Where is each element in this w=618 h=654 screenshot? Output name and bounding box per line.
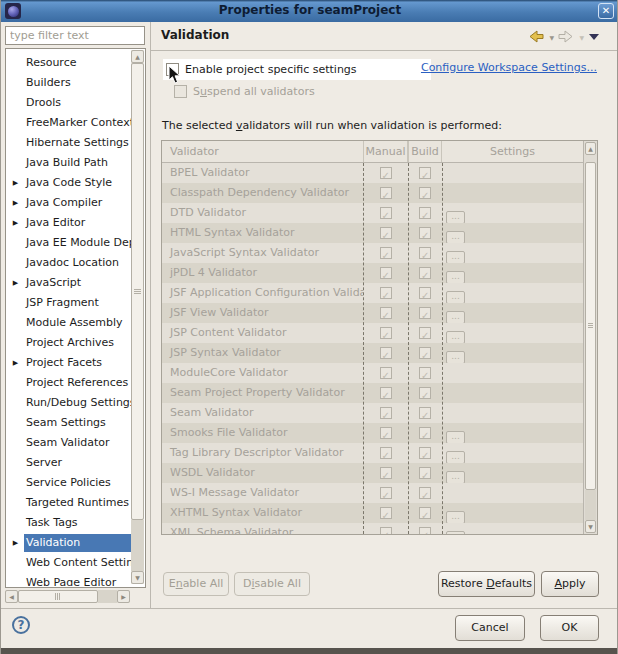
ok-button[interactable]: OK xyxy=(540,615,599,641)
sidebar-item[interactable]: ▶ Seam Settings xyxy=(7,413,131,433)
check-icon: ✓ xyxy=(421,306,429,323)
scrollbar-thumb[interactable] xyxy=(131,63,144,520)
sidebar-item[interactable]: ▶ Java EE Module Dep xyxy=(7,233,131,253)
build-checkbox: ✓ xyxy=(419,447,431,459)
build-checkbox: ✓ xyxy=(419,387,431,399)
sidebar-item[interactable]: ▶ Javadoc Location xyxy=(7,253,131,273)
sidebar-item-label: Java Editor xyxy=(24,214,131,232)
validators-caption: The selected validators will run when va… xyxy=(162,119,502,132)
settings-button: ... xyxy=(446,231,465,243)
sidebar-item-label: Module Assembly xyxy=(24,314,131,332)
settings-button: ... xyxy=(446,531,465,534)
sidebar-item[interactable]: ▶ Java Editor xyxy=(7,213,131,233)
check-icon: ✓ xyxy=(382,186,390,203)
sidebar-item-label: FreeMarker Context xyxy=(24,114,131,132)
forward-arrow-icon xyxy=(558,30,574,43)
sidebar-vertical-scrollbar[interactable]: ▲ ▼ xyxy=(131,50,144,584)
filter-input[interactable] xyxy=(5,26,145,45)
scroll-up-icon[interactable]: ▲ xyxy=(585,142,596,155)
validator-row: WS-I Message Validator ✓ ✓ ... xyxy=(162,483,583,503)
expand-arrow-icon[interactable]: ▶ xyxy=(7,219,24,227)
scroll-right-icon[interactable]: ▶ xyxy=(117,590,130,603)
sidebar-item[interactable]: ▶ Hibernate Settings xyxy=(7,133,131,153)
sidebar-item[interactable]: ▶ Project Facets xyxy=(7,353,131,373)
help-button[interactable]: ? xyxy=(12,616,30,634)
restore-defaults-button[interactable]: Restore Defaults xyxy=(438,571,535,597)
sidebar-item[interactable]: ▶ Drools xyxy=(7,93,131,113)
sidebar-item-label: Seam Validator xyxy=(24,434,131,452)
check-icon: ✓ xyxy=(421,406,429,423)
close-button[interactable]: ✕ xyxy=(598,3,614,19)
configure-workspace-settings-link[interactable]: Configure Workspace Settings... xyxy=(421,61,597,74)
expand-arrow-icon[interactable]: ▶ xyxy=(7,539,24,547)
build-checkbox: ✓ xyxy=(419,527,431,534)
sidebar-item[interactable]: ▶ Project References xyxy=(7,373,131,393)
window-title: Properties for seamProject xyxy=(1,3,618,17)
validator-row: jPDL 4 Validator ✓ ✓ ... xyxy=(162,263,583,283)
check-icon: ✓ xyxy=(382,386,390,403)
sidebar-item[interactable]: ▶ Validation xyxy=(7,533,131,553)
sidebar-item[interactable]: ▶ Project Archives xyxy=(7,333,131,353)
sidebar-item[interactable]: ▶ Targeted Runtimes xyxy=(7,493,131,513)
check-icon: ✓ xyxy=(421,186,429,203)
validator-name: XML Schema Validator xyxy=(162,523,363,534)
sidebar-item[interactable]: ▶ Run/Debug Settings xyxy=(7,393,131,413)
build-checkbox: ✓ xyxy=(419,247,431,259)
scrollbar-track[interactable] xyxy=(131,520,144,571)
scrollbar-thumb[interactable] xyxy=(18,590,98,603)
chevron-down-icon[interactable]: ▼ xyxy=(549,34,554,41)
settings-button: ... xyxy=(446,211,465,223)
page-title: Validation xyxy=(161,28,229,42)
sidebar-horizontal-scrollbar[interactable]: ◀ ▶ xyxy=(5,590,130,603)
back-button[interactable]: ▼ xyxy=(528,30,554,44)
sidebar-item[interactable]: ▶ Java Build Path xyxy=(7,153,131,173)
view-menu-icon[interactable] xyxy=(589,34,599,40)
sidebar-item[interactable]: ▶ Web Page Editor xyxy=(7,573,131,586)
scrollbar-track[interactable] xyxy=(585,490,596,520)
scrollbar-track[interactable] xyxy=(98,590,117,603)
scroll-down-icon[interactable]: ▼ xyxy=(131,571,144,584)
sidebar-item[interactable]: ▶ Server xyxy=(7,453,131,473)
sidebar-item[interactable]: ▶ Web Content Settin xyxy=(7,553,131,573)
sidebar-item-label: Java Compiler xyxy=(24,194,131,212)
window-bottom-edge xyxy=(1,648,618,654)
sidebar-item[interactable]: ▶ Java Code Style xyxy=(7,173,131,193)
table-header: Validator Manual Build Settings xyxy=(162,141,583,163)
build-checkbox: ✓ xyxy=(419,187,431,199)
validator-name: JSF View Validator xyxy=(162,303,363,323)
scrollbar-thumb[interactable] xyxy=(585,162,596,490)
thumb-grip xyxy=(134,289,141,294)
apply-button[interactable]: Apply xyxy=(541,571,599,597)
expand-arrow-icon[interactable]: ▶ xyxy=(7,359,24,367)
sidebar-item-label: Web Page Editor xyxy=(24,574,131,586)
sidebar-item[interactable]: ▶ JavaScript xyxy=(7,273,131,293)
scroll-up-icon[interactable]: ▲ xyxy=(131,50,144,63)
table-vertical-scrollbar[interactable]: ▲ ▼ xyxy=(583,141,597,534)
expand-arrow-icon[interactable]: ▶ xyxy=(7,279,24,287)
sidebar-item[interactable]: ▶ Service Policies xyxy=(7,473,131,493)
build-checkbox: ✓ xyxy=(419,267,431,279)
scroll-left-icon[interactable]: ◀ xyxy=(5,590,18,603)
scroll-down-icon[interactable]: ▼ xyxy=(585,520,596,533)
sidebar-item[interactable]: ▶ Builders xyxy=(7,73,131,93)
check-icon: ✓ xyxy=(421,506,429,523)
sidebar-item[interactable]: ▶ JSP Fragment xyxy=(7,293,131,313)
check-icon: ✓ xyxy=(382,446,390,463)
expand-arrow-icon[interactable]: ▶ xyxy=(7,179,24,187)
panel-divider[interactable] xyxy=(150,22,151,608)
build-checkbox: ✓ xyxy=(419,347,431,359)
expand-arrow-icon[interactable]: ▶ xyxy=(7,199,24,207)
sidebar-item[interactable]: ▶ Resource xyxy=(7,53,131,73)
sidebar-item[interactable]: ▶ Java Compiler xyxy=(7,193,131,213)
sidebar-item[interactable]: ▶ Task Tags xyxy=(7,513,131,533)
validator-row: JSF View Validator ✓ ✓ ... xyxy=(162,303,583,323)
validator-row: HTML Syntax Validator ✓ ✓ ... xyxy=(162,223,583,243)
thumb-grip xyxy=(55,593,60,600)
sidebar-item-label: Project References xyxy=(24,374,131,392)
sidebar-item[interactable]: ▶ Module Assembly xyxy=(7,313,131,333)
sidebar-item[interactable]: ▶ Seam Validator xyxy=(7,433,131,453)
cancel-button[interactable]: Cancel xyxy=(455,615,525,641)
titlebar[interactable]: Properties for seamProject ✕ xyxy=(1,0,618,22)
sidebar-item[interactable]: ▶ FreeMarker Context xyxy=(7,113,131,133)
enable-project-settings-label[interactable]: Enable project specific settings xyxy=(185,63,357,76)
